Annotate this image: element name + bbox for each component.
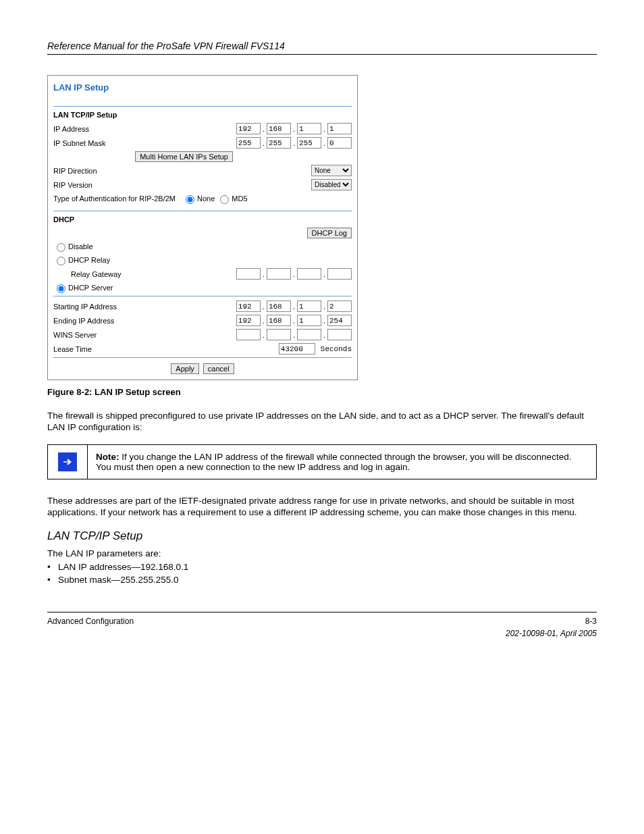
- ip-octet-3[interactable]: [297, 123, 321, 134]
- figure-caption: Figure 8-2: LAN IP Setup screen: [47, 387, 597, 397]
- start-ip-octet-2[interactable]: [267, 301, 291, 312]
- auth-none-label: None: [197, 194, 215, 203]
- end-ip-octet-2[interactable]: [267, 315, 291, 326]
- note-box: Note: If you change the LAN IP address o…: [47, 444, 597, 479]
- subnet-octet-4[interactable]: [327, 137, 352, 149]
- dot: .: [262, 317, 265, 325]
- dot: .: [262, 139, 265, 147]
- start-ip-octet-4[interactable]: [327, 301, 352, 312]
- subnet-octet-3[interactable]: [297, 137, 321, 149]
- dot: .: [323, 270, 326, 278]
- rip-direction-label: RIP Direction: [53, 167, 188, 175]
- footer-page: 8-3: [585, 617, 597, 626]
- ip-octet-2[interactable]: [267, 123, 291, 134]
- subnet-octet-1[interactable]: [236, 137, 261, 149]
- dot: .: [292, 139, 296, 147]
- bullet-icon: •: [47, 562, 58, 572]
- wins-octet-4[interactable]: [327, 329, 352, 340]
- auth-md5-radio[interactable]: [220, 195, 229, 204]
- divider: [53, 211, 352, 211]
- lease-time-units: Seconds: [321, 345, 352, 353]
- start-ip-octet-3[interactable]: [297, 301, 321, 312]
- wins-octet-2[interactable]: [267, 329, 291, 340]
- relay-gw-octet-1[interactable]: [236, 268, 261, 280]
- dot: .: [323, 125, 326, 133]
- relay-gw-octet-4[interactable]: [327, 268, 352, 280]
- bullet-text: Subnet mask—255.255.255.0: [58, 575, 179, 585]
- dhcp-disable-label: Disable: [68, 242, 93, 251]
- relay-gw-octet-2[interactable]: [267, 268, 291, 280]
- panel-title: LAN IP Setup: [53, 82, 352, 93]
- dot: .: [323, 303, 326, 311]
- footer-right: 202-10098-01, April 2005: [47, 629, 597, 638]
- dot: .: [292, 331, 296, 339]
- dot: .: [262, 270, 265, 278]
- divider: [53, 296, 352, 296]
- dot: .: [262, 303, 265, 311]
- dot: .: [292, 303, 296, 311]
- screenshot-panel: LAN IP Setup LAN TCP/IP Setup IP Address…: [47, 75, 358, 380]
- bullet-icon: •: [47, 575, 58, 585]
- dhcp-server-radio[interactable]: [57, 284, 65, 293]
- dot: .: [262, 125, 265, 133]
- note-bold: Note:: [96, 452, 122, 462]
- dhcp-server-label: DHCP Server: [68, 284, 113, 292]
- wins-octet-3[interactable]: [297, 329, 321, 340]
- body-paragraph: These addresses are part of the IETF-des…: [47, 496, 597, 519]
- dot: .: [323, 331, 326, 339]
- ip-address-label: IP Address: [53, 125, 188, 133]
- footer-left: Advanced Configuration: [47, 617, 585, 626]
- dot: .: [262, 331, 265, 339]
- arrow-right-icon: [58, 452, 77, 471]
- start-ip-octet-1[interactable]: [236, 301, 261, 312]
- dhcp-relay-label: DHCP Relay: [68, 256, 110, 264]
- wins-octet-1[interactable]: [236, 329, 261, 340]
- note-text: If you change the LAN IP address of the …: [96, 452, 571, 472]
- end-ip-label: Ending IP Address: [53, 317, 188, 325]
- page-header: Reference Manual for the ProSafe VPN Fir…: [47, 41, 597, 55]
- multi-home-button[interactable]: Multi Home LAN IPs Setup: [135, 151, 233, 162]
- ip-octet-1[interactable]: [236, 123, 261, 134]
- section-lan-tcpip: LAN TCP/IP Setup: [53, 111, 352, 119]
- dot: .: [292, 317, 296, 325]
- dot: .: [323, 139, 326, 147]
- cancel-button[interactable]: cancel: [203, 363, 234, 374]
- auth-none-radio[interactable]: [186, 195, 194, 204]
- dot: .: [323, 317, 326, 325]
- body-paragraph: The LAN IP parameters are:: [47, 548, 597, 560]
- dhcp-log-button[interactable]: DHCP Log: [307, 228, 352, 238]
- relay-gateway-label: Relay Gateway: [53, 270, 206, 278]
- rip-direction-select[interactable]: None: [311, 165, 352, 176]
- end-ip-octet-4[interactable]: [327, 315, 352, 326]
- lease-time-input[interactable]: [279, 343, 315, 355]
- subsection-heading: LAN TCP/IP Setup: [47, 529, 597, 543]
- auth-label: Type of Authentication for RIP-2B/2M: [53, 194, 176, 203]
- rip-version-label: RIP Version: [53, 181, 188, 189]
- lease-time-label: Lease Time: [53, 345, 188, 353]
- end-ip-octet-3[interactable]: [297, 315, 321, 326]
- dot: .: [292, 125, 296, 133]
- dhcp-relay-radio[interactable]: [57, 257, 65, 265]
- ip-octet-4[interactable]: [327, 123, 352, 134]
- subnet-label: IP Subnet Mask: [53, 139, 188, 147]
- subnet-octet-2[interactable]: [267, 137, 291, 149]
- apply-button[interactable]: Apply: [171, 363, 199, 374]
- relay-gw-octet-3[interactable]: [297, 268, 321, 280]
- auth-md5-label: MD5: [232, 194, 247, 203]
- dot: .: [292, 270, 296, 278]
- dhcp-disable-radio[interactable]: [57, 243, 65, 252]
- section-dhcp: DHCP: [53, 215, 352, 224]
- body-paragraph: The firewall is shipped preconfigured to…: [47, 411, 597, 434]
- page-footer: Advanced Configuration 8-3: [47, 612, 597, 626]
- rip-version-select[interactable]: Disabled: [311, 179, 352, 190]
- bullet-text: LAN IP addresses—192.168.0.1: [58, 562, 188, 572]
- divider: [53, 357, 352, 358]
- divider: [53, 106, 352, 107]
- start-ip-label: Starting IP Address: [53, 303, 188, 311]
- wins-label: WINS Server: [53, 331, 188, 339]
- end-ip-octet-1[interactable]: [236, 315, 261, 326]
